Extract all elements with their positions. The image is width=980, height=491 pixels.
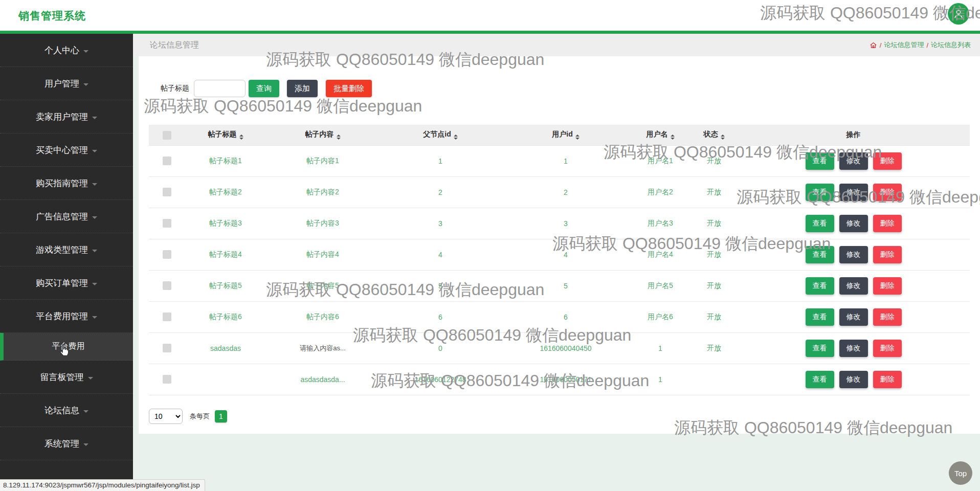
edit-button[interactable]: 修改 bbox=[839, 340, 868, 357]
sort-icon[interactable] bbox=[454, 135, 458, 140]
delete-button[interactable]: 删除 bbox=[873, 246, 902, 263]
view-button[interactable]: 查看 bbox=[806, 246, 834, 263]
cell-content: 帖子内容5 bbox=[266, 270, 379, 301]
row-checkbox[interactable] bbox=[163, 157, 171, 165]
edit-button[interactable]: 修改 bbox=[839, 277, 868, 295]
row-actions-cell: 查看修改删除 bbox=[737, 145, 970, 176]
cell-parent-id: 3 bbox=[379, 208, 502, 239]
chevron-down-icon bbox=[83, 443, 88, 446]
sidebar-item-系统管理[interactable]: 系统管理 bbox=[0, 427, 133, 460]
delete-button[interactable]: 删除 bbox=[873, 340, 902, 357]
column-header-帖子内容[interactable]: 帖子内容 bbox=[266, 125, 379, 145]
top-header: 销售管理系统 bbox=[0, 0, 980, 31]
toolbar: 帖子标题 查询 添加 批量删除 bbox=[139, 56, 980, 97]
back-to-top-button[interactable]: Top bbox=[949, 461, 972, 485]
batch-delete-button[interactable]: 批量删除 bbox=[326, 80, 372, 97]
column-header-帖子标题[interactable]: 帖子标题 bbox=[185, 125, 266, 145]
current-page-button[interactable]: 1 bbox=[215, 410, 227, 422]
cell-content: 帖子内容3 bbox=[266, 208, 379, 239]
edit-button[interactable]: 修改 bbox=[839, 308, 868, 326]
sidebar-item-卖家用户管理[interactable]: 卖家用户管理 bbox=[0, 100, 133, 133]
sidebar-item-label: 系统管理 bbox=[44, 438, 79, 450]
edit-button[interactable]: 修改 bbox=[839, 152, 868, 170]
sidebar-item-购买指南管理[interactable]: 购买指南管理 bbox=[0, 167, 133, 200]
breadcrumb-link-module[interactable]: 论坛信息管理 bbox=[884, 40, 924, 50]
view-button[interactable]: 查看 bbox=[806, 215, 834, 232]
sort-icon[interactable] bbox=[337, 135, 341, 140]
row-checkbox[interactable] bbox=[163, 281, 171, 290]
sidebar-item-用户管理[interactable]: 用户管理 bbox=[0, 67, 133, 100]
row-checkbox[interactable] bbox=[163, 250, 171, 259]
breadcrumb-link-list[interactable]: 论坛信息列表 bbox=[931, 40, 971, 50]
page-size-select[interactable]: 10 bbox=[149, 409, 183, 424]
row-select-cell bbox=[149, 332, 185, 364]
column-label: 用户名 bbox=[647, 130, 668, 138]
view-button[interactable]: 查看 bbox=[806, 308, 834, 326]
sidebar-item-平台费用管理[interactable]: 平台费用管理 bbox=[0, 300, 133, 333]
sidebar-item-label: 平台费用 bbox=[52, 341, 85, 352]
delete-button[interactable]: 删除 bbox=[873, 152, 902, 170]
sidebar-item-个人中心[interactable]: 个人中心 bbox=[0, 34, 133, 67]
row-checkbox[interactable] bbox=[163, 219, 171, 228]
column-header-用户id[interactable]: 用户id bbox=[502, 125, 630, 145]
edit-button[interactable]: 修改 bbox=[839, 371, 868, 388]
select-all-checkbox[interactable] bbox=[163, 131, 171, 140]
sidebar-item-买卖中心管理[interactable]: 买卖中心管理 bbox=[0, 133, 133, 167]
breadcrumb-separator: / bbox=[926, 41, 928, 49]
home-icon[interactable] bbox=[870, 41, 877, 49]
column-header-状态[interactable]: 状态 bbox=[691, 125, 737, 145]
cell-user-id: 2 bbox=[502, 176, 630, 208]
sidebar-item-游戏类型管理[interactable]: 游戏类型管理 bbox=[0, 233, 133, 266]
query-button[interactable]: 查询 bbox=[249, 80, 279, 97]
main-panel: 帖子标题 查询 添加 批量删除 帖子标题帖子内容父节点id用户id用户名状态操作 bbox=[139, 56, 980, 434]
delete-button[interactable]: 删除 bbox=[873, 277, 902, 295]
sidebar-item-label: 平台费用管理 bbox=[36, 310, 88, 322]
edit-button[interactable]: 修改 bbox=[839, 184, 868, 201]
sidebar-item-论坛信息[interactable]: 论坛信息 bbox=[0, 394, 133, 427]
row-select-cell bbox=[149, 364, 185, 395]
cell-status: 开放 bbox=[691, 145, 737, 176]
table-row: 帖子标题6帖子内容666用户名6开放查看修改删除 bbox=[149, 301, 970, 332]
edit-button[interactable]: 修改 bbox=[839, 246, 868, 263]
delete-button[interactable]: 删除 bbox=[873, 371, 902, 388]
pagination: 10 条每页 1 bbox=[149, 409, 980, 424]
sidebar-item-留言板管理[interactable]: 留言板管理 bbox=[0, 361, 133, 394]
search-input[interactable] bbox=[194, 80, 246, 97]
cell-content: 帖子内容4 bbox=[266, 239, 379, 270]
avatar[interactable] bbox=[948, 3, 969, 25]
row-checkbox[interactable] bbox=[163, 313, 171, 321]
cell-status: 开放 bbox=[691, 270, 737, 301]
delete-button[interactable]: 删除 bbox=[873, 308, 902, 326]
row-checkbox[interactable] bbox=[163, 188, 171, 196]
sort-icon[interactable] bbox=[239, 135, 243, 140]
row-checkbox[interactable] bbox=[163, 344, 171, 352]
sort-icon[interactable] bbox=[575, 135, 580, 140]
row-checkbox[interactable] bbox=[163, 375, 171, 384]
add-button[interactable]: 添加 bbox=[287, 80, 318, 97]
view-button[interactable]: 查看 bbox=[806, 371, 834, 388]
sidebar-item-平台费用[interactable]: 平台费用 bbox=[0, 333, 133, 361]
sort-icon[interactable] bbox=[671, 135, 675, 140]
view-button[interactable]: 查看 bbox=[806, 277, 834, 295]
sidebar-item-label: 论坛信息 bbox=[44, 405, 79, 416]
delete-button[interactable]: 删除 bbox=[873, 184, 902, 201]
sidebar-item-购买订单管理[interactable]: 购买订单管理 bbox=[0, 266, 133, 300]
cell-username: 用户名3 bbox=[630, 208, 691, 239]
content-area: 论坛信息管理 / 论坛信息管理 / 论坛信息列表 帖子标题 查询 添加 批量删除 bbox=[133, 34, 980, 491]
per-page-label: 条每页 bbox=[190, 412, 210, 421]
cell-title: 帖子标题6 bbox=[185, 301, 266, 332]
view-button[interactable]: 查看 bbox=[806, 340, 834, 357]
sidebar-menu: 个人中心用户管理卖家用户管理买卖中心管理购买指南管理广告信息管理游戏类型管理购买… bbox=[0, 34, 133, 491]
search-label: 帖子标题 bbox=[161, 84, 189, 93]
column-header-用户名[interactable]: 用户名 bbox=[630, 125, 691, 145]
edit-button[interactable]: 修改 bbox=[839, 215, 868, 232]
cell-username: 用户名6 bbox=[630, 301, 691, 332]
view-button[interactable]: 查看 bbox=[806, 184, 834, 201]
sidebar-item-广告信息管理[interactable]: 广告信息管理 bbox=[0, 200, 133, 233]
column-header-父节点id[interactable]: 父节点id bbox=[379, 125, 502, 145]
cell-content: 请输入内容as... bbox=[266, 332, 379, 364]
sort-icon[interactable] bbox=[721, 135, 725, 140]
chevron-down-icon bbox=[92, 150, 97, 152]
delete-button[interactable]: 删除 bbox=[873, 215, 902, 232]
view-button[interactable]: 查看 bbox=[806, 152, 834, 170]
